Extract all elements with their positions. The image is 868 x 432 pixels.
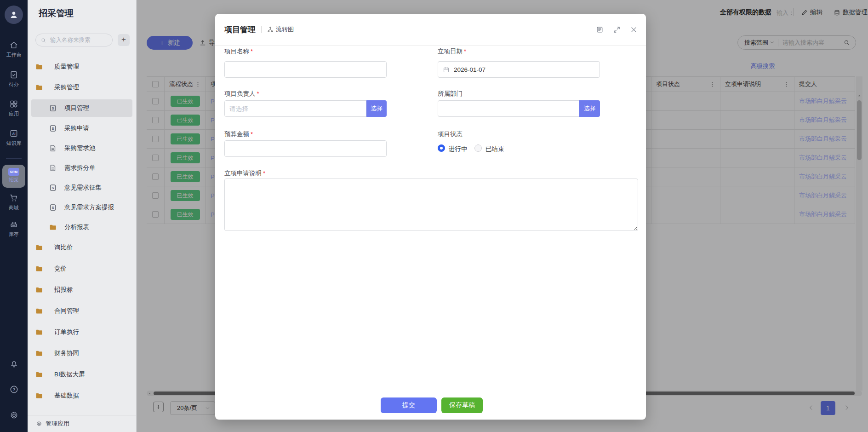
rail-item-label: 招采 (2, 177, 25, 183)
title-separator (261, 26, 262, 33)
sidebar-item-12[interactable]: 招投标 (31, 281, 132, 299)
sidebar-item-8[interactable]: S 意见需求方案提报 (31, 199, 132, 216)
sidebar-item-2[interactable]: 采购管理 (31, 79, 132, 96)
folder-icon (35, 392, 43, 400)
sidebar-item-label: 竞价 (54, 265, 67, 273)
rail-divider (6, 158, 22, 159)
module-sidebar: 招采管理 + 质量管理 采购管理S 项目管理S 采购申请 采购需求池 需求拆分单… (28, 0, 137, 432)
sidebar-item-label: 项目管理 (64, 104, 89, 112)
field-label-status: 项目状态 (438, 130, 463, 138)
form-log-icon[interactable] (596, 26, 604, 34)
dept-select-button[interactable]: 选择 (579, 100, 600, 117)
field-label-description: 立项申请说明* (224, 169, 265, 178)
srm-badge-icon: SRM (8, 168, 19, 176)
save-draft-button[interactable]: 保存草稿 (441, 397, 483, 413)
folder-icon (35, 243, 43, 252)
document-icon (49, 164, 57, 172)
folder-icon (49, 223, 57, 231)
sidebar-item-10[interactable]: 询比价 (31, 239, 132, 256)
app-rail: 工作台 待办 应用AI 知识库SRM 招采 商城 库存 ? (0, 0, 28, 432)
help-button[interactable]: ? (0, 385, 28, 396)
gear-icon (36, 420, 42, 427)
svg-text:AI: AI (12, 132, 15, 136)
folder-icon (35, 307, 43, 315)
submit-button[interactable]: 提交 (381, 397, 437, 413)
sidebar-item-9[interactable]: 分析报表 (31, 219, 132, 236)
project-date-input[interactable]: 2026-01-07 (438, 61, 600, 78)
sidebar-item-16[interactable]: BI数据大屏 (31, 366, 132, 383)
field-label-date: 立项日期* (438, 47, 466, 56)
rail-item-inventory[interactable]: 库存 (0, 220, 28, 237)
gear-icon (9, 410, 19, 420)
flow-chart-link[interactable]: 流转图 (267, 25, 294, 34)
document-icon: S (49, 184, 57, 192)
apps-icon (9, 99, 18, 109)
document-icon: S (49, 203, 57, 212)
rail-item-srm[interactable]: SRM 招采 (2, 165, 25, 188)
modal-header: 项目管理 流转图 (215, 14, 646, 46)
rail-item-label: 知识库 (0, 140, 28, 146)
sidebar-item-label: 分析报表 (64, 223, 89, 231)
close-icon[interactable] (630, 26, 638, 34)
sidebar-item-label: 质量管理 (54, 63, 79, 71)
sidebar-item-5[interactable]: 采购需求池 (31, 139, 132, 157)
project-owner-input[interactable] (224, 100, 366, 117)
sidebar-item-7[interactable]: S 意见需求征集 (31, 179, 132, 196)
project-name-input[interactable] (224, 61, 387, 78)
rail-item-label: 应用 (0, 111, 28, 116)
field-label-dept: 所属部门 (438, 90, 463, 98)
sidebar-item-17[interactable]: 基础数据 (31, 387, 132, 404)
sidebar-item-label: 采购申请 (64, 124, 89, 132)
project-description-textarea[interactable] (224, 179, 638, 231)
home-icon (9, 40, 18, 50)
radio-in-progress-label[interactable]: 进行中 (449, 145, 468, 153)
sidebar-search-input[interactable] (49, 36, 104, 44)
folder-icon (35, 370, 43, 379)
avatar[interactable] (5, 6, 23, 24)
sidebar-item-13[interactable]: 合同管理 (31, 302, 132, 320)
sidebar-item-label: 招投标 (54, 286, 73, 294)
svg-text:S: S (51, 127, 54, 131)
sidebar-item-14[interactable]: 订单执行 (31, 323, 132, 341)
document-icon (49, 144, 57, 152)
radio-finished-label[interactable]: 已结束 (485, 145, 504, 153)
project-form-modal: 项目管理 流转图 项目名称* 立项日期* 2026-01-07 项目负责人* 选… (215, 14, 646, 420)
sidebar-item-label: 合同管理 (54, 307, 79, 315)
rail-item-clipboard[interactable]: 待办 (0, 70, 28, 87)
rail-item-aibook[interactable]: AI 知识库 (0, 129, 28, 146)
radio-in-progress[interactable] (438, 144, 445, 152)
manage-apps-button[interactable]: 管理应用 (28, 415, 136, 432)
folder-icon (35, 265, 43, 273)
sidebar-item-label: 采购需求池 (64, 144, 96, 152)
folder-icon (35, 83, 43, 92)
modal-title: 项目管理 (224, 24, 256, 35)
rail-item-cart[interactable]: 商城 (0, 193, 28, 210)
folder-icon (35, 328, 43, 336)
sidebar-item-11[interactable]: 竞价 (31, 260, 132, 277)
sidebar-item-3[interactable]: S 项目管理 (31, 99, 132, 117)
field-label-name: 项目名称* (224, 47, 253, 56)
sidebar-item-1[interactable]: 质量管理 (31, 58, 132, 75)
project-budget-input[interactable] (224, 140, 387, 157)
rail-item-home[interactable]: 工作台 (0, 40, 28, 58)
cart-icon (9, 193, 18, 202)
notifications-button[interactable] (0, 359, 28, 370)
date-value: 2026-01-07 (454, 66, 485, 73)
sidebar-item-6[interactable]: 需求拆分单 (31, 159, 132, 177)
owner-select-button[interactable]: 选择 (366, 100, 387, 117)
search-icon (40, 37, 46, 43)
project-dept-input[interactable] (438, 100, 579, 117)
rail-item-apps[interactable]: 应用 (0, 99, 28, 116)
sidebar-item-15[interactable]: 财务协同 (31, 345, 132, 362)
sidebar-item-4[interactable]: S 采购申请 (31, 120, 132, 137)
settings-button[interactable] (0, 410, 28, 422)
rail-item-label: 库存 (0, 231, 28, 237)
expand-icon[interactable] (613, 26, 621, 34)
clipboard-icon (9, 70, 18, 79)
radio-finished[interactable] (474, 144, 482, 152)
svg-text:S: S (51, 186, 54, 190)
add-menu-button[interactable]: + (118, 34, 130, 46)
bell-icon (9, 359, 19, 369)
sidebar-item-label: 基础数据 (54, 392, 79, 400)
field-label-budget: 预算金额* (224, 130, 253, 138)
